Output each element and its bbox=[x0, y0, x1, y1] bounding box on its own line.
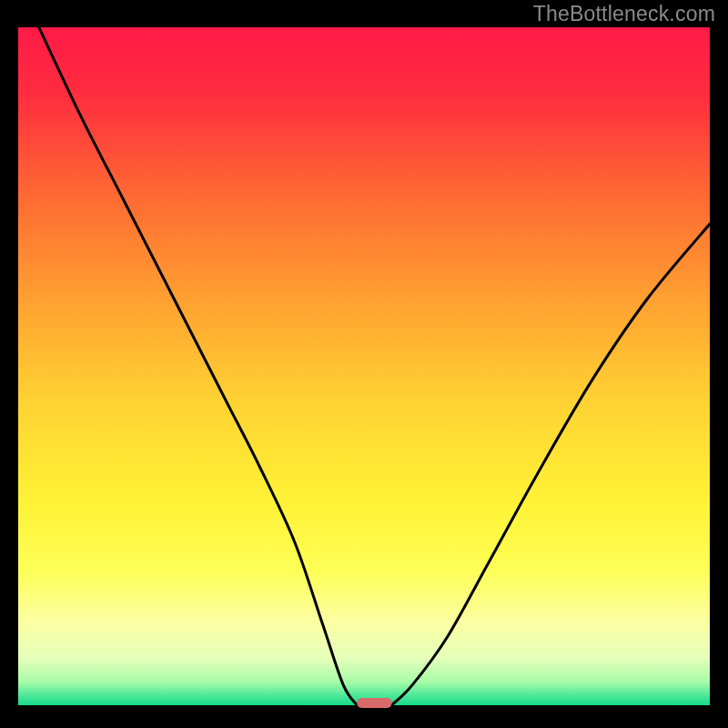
plot-background bbox=[18, 27, 710, 705]
watermark-label: TheBottleneck.com bbox=[533, 2, 715, 26]
optimum-marker bbox=[357, 698, 391, 708]
chart-frame: TheBottleneck.com bbox=[0, 0, 728, 728]
bottleneck-chart bbox=[0, 0, 728, 728]
